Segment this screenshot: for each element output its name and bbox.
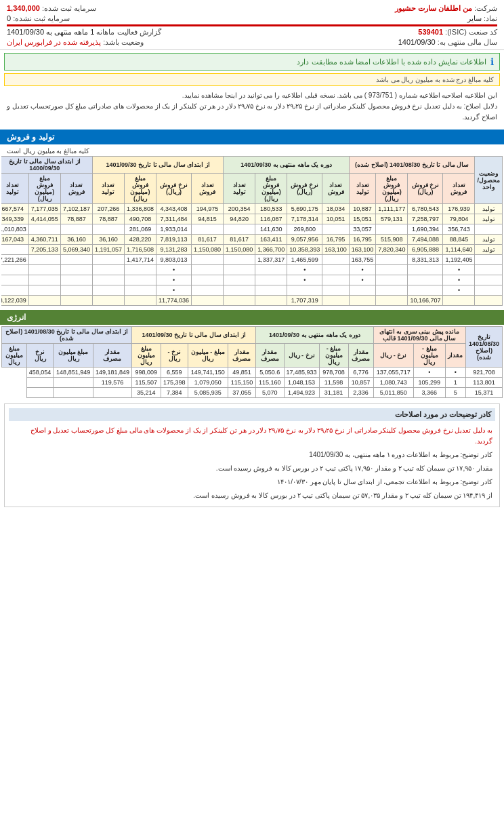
- energy-row-cell: 35,214: [132, 388, 161, 398]
- prod-row-cell: 1,114,640: [443, 245, 475, 255]
- energy-row-cell: 1,048,153: [284, 378, 319, 388]
- prod-row-cell: [60, 285, 92, 296]
- desc-line1: این اطلاعیه اصلاحیه اطلاعیه شماره ( 973/…: [7, 90, 497, 101]
- production-subtitle: کلیه مبالغ به میلیون ریال است: [0, 146, 504, 156]
- e-month-mbl2: مقدار مصرف: [256, 344, 284, 368]
- prod-row-cell: 1,337,317: [255, 255, 287, 265]
- energy-row-cell: 149,181,849: [93, 368, 131, 378]
- prod-row-cell: 428,220: [124, 235, 156, 245]
- prod-row-cell: 200,354: [224, 204, 255, 214]
- prod-row-cell: 94,820: [224, 214, 255, 224]
- energy-row-cell: 119,576: [93, 378, 131, 388]
- capital-info: سرمایه ثبت شده: 1,340,000: [7, 4, 96, 13]
- period-info: گزارش فعالیت ماهانه 1 ماهه منتهی به 1401…: [7, 28, 161, 37]
- energy-row-cell: [26, 388, 54, 398]
- energy-row-cell: 458,054: [26, 368, 54, 378]
- prod-row-cell: [376, 265, 408, 275]
- prod-row-cell: 10,051: [322, 214, 350, 224]
- energy-row-cell: 10,857: [348, 378, 373, 388]
- prod-row-cell: 116,087: [255, 214, 287, 224]
- note-item-4: از ۱۹۴,۴۱۹ تن سیمان کله تیپ ۲ و مقدار ۵۷…: [9, 489, 495, 502]
- e-month-note: نرخ - ریال: [284, 344, 319, 368]
- energy-row-cell: 1,080,743: [373, 378, 414, 388]
- prod-row-cell: 15,051: [349, 214, 376, 224]
- prod-row-cell: [376, 285, 408, 296]
- capital-value: 1,340,000: [7, 4, 40, 12]
- prod-row-cell: [322, 224, 350, 235]
- col-year-count: تعداد فروش: [443, 174, 475, 204]
- prod-row-type: تولید: [475, 235, 503, 245]
- prod-row-cell: 11,774,036: [156, 296, 192, 306]
- prod-row-cell: 88,845: [443, 235, 475, 245]
- energy-row-cell: 137,055,717: [373, 368, 414, 378]
- energy-row-cell: 7,384: [161, 388, 188, 398]
- energy-row-cell: 2,336: [348, 388, 373, 398]
- col-month-amount: مبلغ فروش (میلیون ریال): [255, 174, 287, 204]
- prod-row-cell: 7,311,484: [156, 214, 192, 224]
- ticker-label: نماد:: [484, 14, 497, 22]
- e-month-count: مقدار مصرف: [348, 344, 373, 368]
- energy-row-cell: 5: [445, 388, 465, 398]
- prod-row-cell: [224, 255, 255, 265]
- info-bar: ℹ اطلاعات نمایش داده شده با اطلاعات امضا…: [4, 53, 500, 71]
- energy-row-cell: 6,776: [348, 368, 373, 378]
- prod-row-cell: 1,111,177: [376, 204, 408, 214]
- prod-row-cell: 10,358,393: [287, 245, 322, 255]
- energy-row-cell: 11,598: [319, 378, 348, 388]
- prod-row-cell: 78,887: [92, 214, 124, 224]
- prod-row-cell: •: [443, 275, 475, 285]
- status-label: وضعیت باشد:: [103, 38, 144, 46]
- status-info: وضعیت باشد: پذیرفته شده در فرابورس ایران: [7, 38, 144, 47]
- prod-row-cell: [443, 296, 475, 306]
- energy-row-cell: [93, 388, 131, 398]
- e-year-mbl2: مبلغ میلیون ریال: [2, 344, 27, 368]
- prod-row-cell: 36,160: [60, 235, 92, 245]
- prod-row-cell: 194,975: [192, 204, 224, 214]
- e-ytd-note: نرخ - ریال: [161, 344, 188, 368]
- prod-row-cell: [376, 296, 408, 306]
- prod-row-cell: 18,034: [322, 204, 350, 214]
- energy-row-cell: [54, 378, 93, 388]
- prod-row-type: [475, 296, 503, 306]
- prod-row-cell: [322, 255, 350, 265]
- prod-row-type: [475, 224, 503, 235]
- prod-row-cell: 6,905,888: [408, 245, 443, 255]
- prod-row-cell: [92, 265, 124, 275]
- energy-row-cell: 6,559: [161, 368, 188, 378]
- e-year-count: مقدار مصرف: [93, 344, 131, 368]
- prod-row-cell: [408, 275, 443, 285]
- prod-row-cell: [255, 285, 287, 296]
- energy-row-cell: 37,055: [228, 388, 255, 398]
- prod-row-cell: [287, 285, 322, 296]
- prod-row-cell: 163,411: [255, 235, 287, 245]
- prod-row-cell: 81,617: [192, 235, 224, 245]
- energy-row-cell: 921,708: [465, 368, 502, 378]
- energy-row-cell: 17,485,933: [284, 368, 319, 378]
- year-label: سال مالی منتهی به:: [438, 38, 497, 46]
- prod-row-cell: [124, 296, 156, 306]
- prod-row-cell: 16,795: [322, 235, 350, 245]
- prod-row-cell: [60, 296, 92, 306]
- prod-row-cell: 10,166,707: [408, 296, 443, 306]
- e-month-mbl: مبلغ - میلیون ریال: [319, 344, 348, 368]
- energy-row-cell: 31,181: [319, 388, 348, 398]
- prod-row-type: [475, 275, 503, 285]
- energy-row-cell: 113,801: [465, 378, 502, 388]
- prod-row-cell: [28, 285, 60, 296]
- prod-row-cell: 141,630: [255, 224, 287, 235]
- production-title-text: تولید و فروش: [7, 132, 54, 142]
- group-month-header: دوره یک ماهه منتهی به 1401/09/30: [224, 157, 350, 174]
- prod-row-cell: [192, 265, 224, 275]
- notes-section: کادر توضیحات در مورد اصلاحات به دلیل تعد…: [4, 403, 500, 507]
- prod-row-cell: 8,122,039: [1, 296, 28, 306]
- prod-row-cell: 176,939: [443, 204, 475, 214]
- company-info: شرکت: من اطلفان سارت حشیور: [395, 4, 497, 13]
- prod-row-cell: •: [156, 285, 192, 296]
- prod-row-cell: [322, 265, 350, 275]
- prod-row-cell: [92, 255, 124, 265]
- e-prev-count: مقدار: [445, 344, 465, 368]
- prod-row-cell: [192, 296, 224, 306]
- col-prev-amount: مبلغ فروش (میلیون ریال): [28, 174, 60, 204]
- ticker-value: سایر: [467, 14, 482, 22]
- prod-row-cell: [224, 275, 255, 285]
